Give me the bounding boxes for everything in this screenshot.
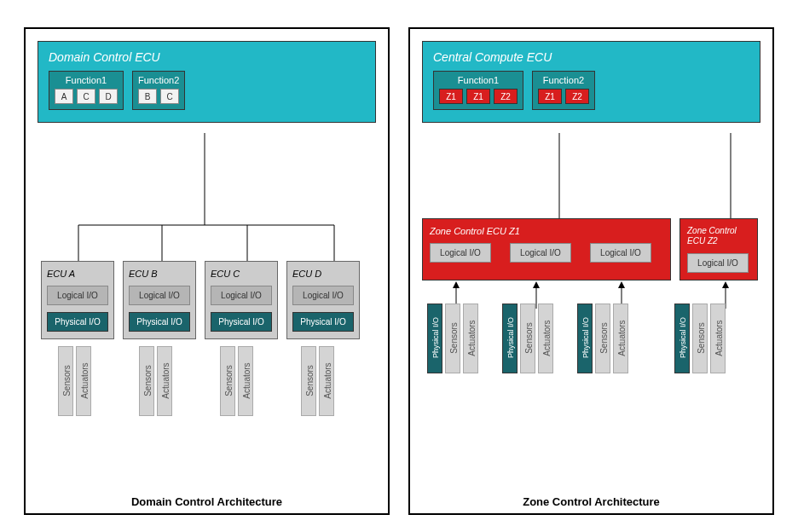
- zone-z2: Zone Control ECU Z2 Logical I/O: [679, 218, 758, 280]
- actuators-bar: Actuators: [463, 304, 478, 373]
- svg-marker-1: [533, 281, 540, 288]
- svg-marker-0: [453, 281, 460, 288]
- io-group: Physical I/O Sensors Actuators: [502, 304, 553, 373]
- actuators-bar: Actuators: [710, 304, 726, 373]
- logical-io: Logical I/O: [129, 286, 190, 305]
- func-item: D: [99, 89, 118, 104]
- physical-io: Physical I/O: [427, 304, 442, 373]
- svg-marker-2: [618, 281, 625, 288]
- ecu-d: ECU D Logical I/O Physical I/O: [286, 261, 360, 339]
- function1-z: Function1 Z1 Z1 Z2: [433, 71, 523, 110]
- sensors-bar: Sensors: [301, 346, 316, 416]
- actuators-bar: Actuators: [157, 346, 172, 416]
- function2-z: Function2 Z1 Z2: [532, 71, 595, 110]
- actuators-bar: Actuators: [76, 346, 91, 416]
- physical-io: Physical I/O: [674, 304, 690, 373]
- function1: Function1 A C D: [49, 71, 124, 110]
- ecu-b: ECU B Logical I/O Physical I/O: [123, 261, 196, 339]
- sa-group: Sensors Actuators: [220, 346, 253, 416]
- func-item: Z1: [466, 89, 490, 104]
- sensors-bar: Sensors: [58, 346, 73, 416]
- logical-io: Logical I/O: [430, 243, 491, 263]
- caption: Zone Control Architecture: [410, 495, 772, 508]
- physical-io: Physical I/O: [47, 312, 108, 332]
- func-item: Z2: [494, 89, 518, 104]
- func-item: Z2: [565, 89, 589, 104]
- sensors-bar: Sensors: [220, 346, 235, 416]
- physical-io: Physical I/O: [211, 312, 272, 332]
- physical-io: Physical I/O: [577, 304, 593, 373]
- io-group: Physical I/O Sensors Actuators: [674, 304, 726, 373]
- function2: Function2 B C: [132, 71, 185, 110]
- actuators-bar: Actuators: [238, 346, 253, 416]
- func-item: A: [55, 89, 73, 104]
- ecu-a: ECU A Logical I/O Physical I/O: [41, 261, 114, 339]
- logical-io: Logical I/O: [510, 243, 571, 263]
- domain-control-ecu: Domain Control ECU Function1 A C D Funct…: [38, 41, 376, 123]
- central-compute-ecu: Central Compute ECU Function1 Z1 Z1 Z2 F…: [422, 41, 760, 123]
- logical-io: Logical I/O: [47, 286, 108, 305]
- central-ecu-title: Central Compute ECU: [433, 50, 749, 64]
- logical-io: Logical I/O: [590, 243, 651, 263]
- sa-group: Sensors Actuators: [139, 346, 172, 416]
- actuators-bar: Actuators: [319, 346, 334, 416]
- actuators-bar: Actuators: [538, 304, 553, 373]
- domain-ecu-title: Domain Control ECU: [49, 50, 365, 64]
- sa-group: Sensors Actuators: [301, 346, 334, 416]
- io-group: Physical I/O Sensors Actuators: [427, 304, 478, 373]
- sensors-bar: Sensors: [520, 304, 535, 373]
- sensors-bar: Sensors: [595, 304, 610, 373]
- func-item: Z1: [538, 89, 562, 104]
- zone-z1: Zone Control ECU Z1 Logical I/O Logical …: [422, 218, 671, 280]
- func-item: C: [160, 89, 179, 104]
- actuators-bar: Actuators: [613, 304, 628, 373]
- sa-group: Sensors Actuators: [58, 346, 91, 416]
- caption: Domain Control Architecture: [26, 495, 388, 508]
- physical-io: Physical I/O: [292, 312, 354, 332]
- physical-io: Physical I/O: [129, 312, 190, 332]
- io-group: Physical I/O Sensors Actuators: [577, 304, 628, 373]
- func-item: B: [138, 89, 157, 104]
- logical-io: Logical I/O: [211, 286, 272, 305]
- func-item: C: [77, 89, 95, 104]
- domain-panel: Domain Control ECU Function1 A C D Funct…: [24, 27, 390, 515]
- ecu-c: ECU C Logical I/O Physical I/O: [205, 261, 278, 339]
- logical-io: Logical I/O: [292, 286, 354, 305]
- svg-marker-3: [722, 281, 729, 288]
- logical-io: Logical I/O: [687, 253, 749, 273]
- sensors-bar: Sensors: [139, 346, 154, 416]
- sensors-bar: Sensors: [692, 304, 708, 373]
- zone-panel: Central Compute ECU Function1 Z1 Z1 Z2 F…: [408, 27, 774, 515]
- physical-io: Physical I/O: [502, 304, 518, 373]
- sensors-bar: Sensors: [445, 304, 460, 373]
- func-item: Z1: [439, 89, 463, 104]
